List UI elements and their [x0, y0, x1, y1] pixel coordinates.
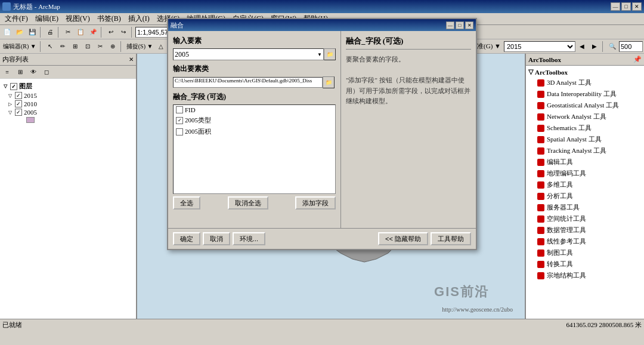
save-btn[interactable]: 💾: [26, 26, 38, 38]
toolbox-item-11[interactable]: 服务器工具: [527, 202, 643, 213]
toolbox-item-label-5: Spatial Analyst 工具: [547, 135, 602, 144]
redo-btn[interactable]: ↪: [117, 26, 129, 38]
toc-list-by-source[interactable]: ⊞: [14, 66, 26, 78]
layer-2005-checkbox[interactable]: [15, 109, 22, 116]
tool-icon-12: [537, 215, 545, 223]
toc-item-2005-swatch: [2, 116, 134, 124]
field-item-area[interactable]: 2005面积: [174, 126, 335, 137]
env-btn[interactable]: 环境...: [233, 232, 265, 245]
expand-2010-icon[interactable]: ▷: [7, 101, 13, 107]
new-btn[interactable]: 📄: [1, 26, 13, 38]
toolbox-item-17[interactable]: 宗地结构工具: [527, 270, 643, 281]
layer-group-checkbox[interactable]: [10, 83, 17, 90]
year-combo[interactable]: 2015: [504, 41, 575, 52]
tool-help-btn[interactable]: 工具帮助: [431, 232, 471, 245]
dialog-minimize-btn[interactable]: —: [446, 21, 454, 29]
hide-help-btn[interactable]: << 隐藏帮助: [378, 232, 428, 245]
toc-item-2015[interactable]: ▽ 2015: [2, 91, 134, 100]
tool-icon-9: [537, 181, 545, 189]
open-btn[interactable]: 📂: [14, 26, 26, 38]
toc-item-2005[interactable]: ▽ 2005: [2, 108, 134, 116]
edit-tool-5[interactable]: ✂: [94, 41, 106, 53]
toolbox-item-3[interactable]: Network Analyst 工具: [527, 111, 643, 122]
select-all-btn[interactable]: 全选: [173, 196, 200, 210]
zoom-val-btn[interactable]: 🔍: [606, 41, 618, 53]
toolbox-item-4[interactable]: Schematics 工具: [527, 122, 643, 134]
close-btn[interactable]: ✕: [632, 2, 642, 11]
cancel-btn[interactable]: 取消: [203, 232, 230, 245]
menu-view[interactable]: 视图(V): [62, 13, 94, 25]
deselect-all-btn[interactable]: 取消全选: [228, 196, 268, 210]
expand-2015-icon[interactable]: ▽: [7, 93, 13, 98]
toc-list-by-layer[interactable]: ≡: [1, 66, 13, 78]
zoom-input[interactable]: [619, 41, 643, 52]
field-item-fid[interactable]: FID: [174, 105, 335, 115]
add-field-btn[interactable]: 添加字段: [295, 196, 336, 210]
toolbox-pin-icon[interactable]: 📌: [633, 56, 642, 63]
field-item-type[interactable]: 2005类型: [174, 115, 335, 126]
editor-dropdown[interactable]: 编辑器(R) ▼: [1, 41, 38, 53]
toc-list-by-selection[interactable]: ◻: [41, 66, 52, 78]
expand-2005-icon[interactable]: ▽: [7, 109, 13, 115]
toolbox-item-10[interactable]: 分析工具: [527, 190, 643, 202]
output-browse-btn[interactable]: 📁: [323, 76, 335, 88]
undo-btn[interactable]: ↩: [105, 26, 117, 38]
input-combo[interactable]: 2005 ▼: [173, 48, 324, 60]
toolbox-root[interactable]: ▽ ArcToolbox: [527, 67, 643, 77]
expand-icon[interactable]: ▽: [2, 84, 8, 90]
layer-2010-checkbox[interactable]: [15, 100, 22, 107]
toolbox-item-14[interactable]: 线性参考工具: [527, 236, 643, 247]
toolbox-item-5[interactable]: Spatial Analyst 工具: [527, 134, 643, 145]
maximize-btn[interactable]: □: [621, 2, 631, 11]
help-title: 融合_字段 (可选): [346, 36, 471, 50]
edit-tool-4[interactable]: ⊡: [82, 41, 94, 53]
minimize-btn[interactable]: —: [611, 2, 620, 11]
toolbox-item-1[interactable]: Data Interoperability 工具: [527, 88, 643, 100]
menu-bookmarks[interactable]: 书签(B): [94, 13, 125, 25]
capture-tool-1[interactable]: △: [155, 41, 167, 53]
map-url: http://www.geoscene.cn/2ubo: [442, 306, 513, 313]
dialog-close-btn[interactable]: ✕: [465, 21, 473, 29]
toolbox-item-9[interactable]: 多维工具: [527, 179, 643, 190]
print-btn[interactable]: 🖨: [44, 26, 56, 38]
toolbox-item-6[interactable]: Tracking Analyst 工具: [527, 145, 643, 156]
output-path-field[interactable]: C:\Users\BREEKU\Documents\ArcGIS\Default…: [173, 77, 323, 88]
toolbox-item-13[interactable]: 数据管理工具: [527, 224, 643, 236]
edit-tool-1[interactable]: ↖: [44, 41, 56, 53]
toolbox-item-8[interactable]: 地理编码工具: [527, 168, 643, 179]
copy-btn[interactable]: 📋: [75, 26, 86, 38]
ok-btn[interactable]: 确定: [173, 232, 200, 245]
menu-edit[interactable]: 编辑(E): [32, 13, 62, 25]
toc-close-btn[interactable]: ✕: [129, 56, 134, 63]
menu-insert[interactable]: 插入(I): [125, 13, 153, 25]
edit-tool-6[interactable]: ⊕: [107, 41, 119, 53]
toolbox-item-12[interactable]: 空间统计工具: [527, 213, 643, 224]
layer-2015-checkbox[interactable]: [15, 92, 22, 99]
geo-btn-1[interactable]: ◀: [576, 41, 588, 53]
toolbox-item-label-8: 地理编码工具: [547, 169, 586, 178]
toolbox-panel: ArcToolbox 📌 ▽ ArcToolbox 3D Analyst 工具 …: [525, 54, 644, 319]
input-browse-btn[interactable]: 📁: [324, 48, 336, 60]
dissolve-dialog[interactable]: 融合 — □ ✕ 输入要素 2005 ▼ 📁: [167, 18, 477, 250]
toolbox-item-7[interactable]: 编辑工具: [527, 156, 643, 168]
paste-btn[interactable]: 📌: [87, 26, 99, 38]
toc-group-title[interactable]: ▽ 图层: [2, 81, 134, 91]
toolbox-item-16[interactable]: 转换工具: [527, 258, 643, 270]
toc-list-by-visibility[interactable]: 👁: [27, 66, 39, 78]
toolbox-item-0[interactable]: 3D Analyst 工具: [527, 77, 643, 88]
geo-btn-2[interactable]: ▶: [589, 41, 600, 53]
cut-btn[interactable]: ✂: [62, 26, 74, 38]
toc-item-2010[interactable]: ▷ 2010: [2, 100, 134, 108]
toolbox-item-15[interactable]: 制图工具: [527, 247, 643, 258]
edit-tool-2[interactable]: ✏: [57, 41, 69, 53]
dialog-maximize-btn[interactable]: □: [456, 21, 464, 29]
toolbox-item-label-14: 线性参考工具: [547, 237, 586, 246]
edit-tool-3[interactable]: ⊞: [69, 41, 81, 53]
field-fid-checkbox[interactable]: [176, 106, 183, 113]
menu-file[interactable]: 文件(F): [1, 13, 32, 25]
capture-dropdown[interactable]: 捕捉(S) ▼: [125, 41, 155, 53]
toolbox-item-2[interactable]: Geostatistical Analyst 工具: [527, 100, 643, 111]
tool-icon-1: [537, 90, 545, 98]
field-area-checkbox[interactable]: [176, 128, 183, 135]
field-type-checkbox[interactable]: [176, 117, 183, 124]
